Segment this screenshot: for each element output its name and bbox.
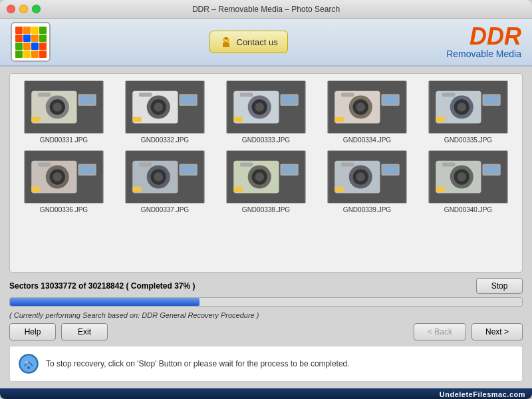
- window-title: DDR – Removable Media – Photo Search: [192, 5, 340, 14]
- svg-point-71: [255, 172, 264, 182]
- photo-thumbnail: [125, 150, 205, 203]
- title-bar: DDR – Removable Media – Photo Search: [0, 0, 532, 19]
- photo-label: GND00331.JPG: [40, 136, 88, 144]
- minimize-btn[interactable]: [19, 5, 28, 13]
- close-btn[interactable]: [7, 5, 15, 13]
- svg-rect-83: [341, 163, 354, 167]
- svg-point-35: [356, 102, 365, 112]
- back-button[interactable]: < Back: [414, 323, 466, 340]
- logo-cell: [23, 35, 31, 42]
- logo-cell: [39, 35, 47, 42]
- svg-rect-66: [132, 187, 142, 192]
- status-label: ( Currently performing Search based on: …: [9, 311, 523, 319]
- svg-rect-47: [442, 93, 456, 97]
- svg-point-62: [154, 172, 163, 182]
- info-message: To stop recovery, click on 'Stop' Button…: [46, 359, 350, 368]
- photo-label: GND00336.JPG: [40, 206, 88, 213]
- svg-rect-56: [38, 163, 51, 167]
- photo-item[interactable]: GND00340.JPG: [421, 150, 515, 213]
- svg-rect-29: [240, 93, 253, 97]
- photo-label: GND00340.JPG: [444, 206, 492, 213]
- logo-cell: [23, 51, 31, 58]
- svg-rect-65: [139, 163, 152, 167]
- sectors-row: Sectors 13033772 of 30218842 ( Completed…: [9, 278, 523, 294]
- svg-rect-84: [334, 187, 344, 192]
- right-buttons: < Back Next >: [414, 323, 523, 340]
- logo-cell: [31, 43, 39, 50]
- photo-item[interactable]: GND00331.JPG: [17, 80, 111, 144]
- next-button[interactable]: Next >: [471, 323, 523, 340]
- logo-cell: [39, 27, 47, 34]
- logo-cell: [31, 51, 39, 58]
- svg-rect-73: [281, 165, 297, 174]
- photo-item[interactable]: GND00333.JPG: [219, 80, 313, 144]
- svg-rect-21: [132, 117, 142, 122]
- photo-thumbnail: [327, 150, 407, 203]
- sectors-text: Sectors 13033772 of 30218842 ( Completed…: [9, 281, 195, 291]
- help-button[interactable]: Help: [9, 323, 56, 340]
- svg-rect-12: [31, 117, 41, 122]
- header: Contact us DDR Removable Media: [0, 19, 532, 66]
- svg-rect-48: [436, 117, 445, 122]
- progress-bar-row: [9, 297, 523, 307]
- svg-point-3: [225, 38, 227, 40]
- photo-thumbnail: [428, 150, 508, 203]
- buttons-row: Help Exit < Back Next >: [9, 323, 523, 340]
- footer-watermark: UndeleteFilesmac.com: [0, 388, 532, 399]
- svg-rect-57: [31, 187, 41, 192]
- photo-item[interactable]: GND00338.JPG: [219, 150, 313, 213]
- svg-rect-38: [341, 93, 354, 97]
- photo-thumbnail: [428, 80, 508, 134]
- photo-item[interactable]: GND00337.JPG: [118, 150, 212, 213]
- svg-rect-20: [139, 93, 152, 97]
- photo-label: GND00334.JPG: [343, 136, 391, 144]
- svg-rect-37: [382, 95, 398, 104]
- stop-button[interactable]: Stop: [476, 278, 523, 294]
- photo-thumbnail: [24, 80, 104, 134]
- photo-thumbnail: [226, 80, 306, 134]
- svg-point-89: [457, 172, 466, 182]
- svg-rect-55: [79, 165, 94, 174]
- svg-rect-19: [180, 95, 196, 104]
- svg-rect-30: [233, 117, 243, 122]
- logo-cell: [15, 43, 23, 50]
- photo-item[interactable]: GND00335.JPG: [421, 80, 515, 144]
- svg-rect-93: [436, 187, 445, 192]
- logo-cell: [15, 51, 23, 58]
- maximize-btn[interactable]: [32, 5, 41, 13]
- photo-item[interactable]: GND00339.JPG: [320, 150, 414, 213]
- svg-rect-46: [483, 95, 499, 104]
- svg-point-8: [53, 102, 62, 112]
- svg-rect-10: [79, 95, 94, 104]
- svg-rect-1: [223, 43, 229, 47]
- svg-point-53: [53, 172, 62, 182]
- logo-cell: [15, 35, 23, 42]
- photo-grid-container[interactable]: GND00331.JPG GND00332.JPG GND00333.JPG: [9, 73, 523, 273]
- contact-icon: [219, 35, 233, 49]
- photo-thumbnail: [327, 80, 407, 134]
- photo-item[interactable]: GND00334.JPG: [320, 80, 414, 144]
- photo-item[interactable]: GND00332.JPG: [118, 80, 212, 144]
- logo-cell: [39, 51, 47, 58]
- svg-point-44: [457, 102, 466, 112]
- contact-us-button[interactable]: Contact us: [209, 31, 288, 53]
- svg-rect-11: [38, 93, 51, 97]
- svg-point-96: [27, 366, 30, 369]
- photo-label: GND00338.JPG: [242, 206, 290, 213]
- svg-rect-39: [334, 117, 344, 122]
- brand-name: DDR: [446, 25, 521, 49]
- logo-cell: [23, 27, 31, 34]
- info-box: To stop recovery, click on 'Stop' Button…: [9, 346, 523, 382]
- photo-item[interactable]: GND00336.JPG: [17, 150, 111, 213]
- brand-logo: DDR Removable Media: [446, 25, 521, 59]
- app-logo: [11, 22, 51, 62]
- photo-thumbnail: [24, 150, 104, 203]
- svg-rect-82: [382, 165, 398, 174]
- logo-cell: [23, 43, 31, 50]
- photo-thumbnail: [226, 150, 306, 203]
- svg-point-26: [255, 102, 264, 112]
- svg-rect-64: [180, 165, 196, 174]
- svg-rect-75: [233, 187, 243, 192]
- exit-button[interactable]: Exit: [61, 323, 108, 340]
- svg-point-97: [25, 362, 28, 364]
